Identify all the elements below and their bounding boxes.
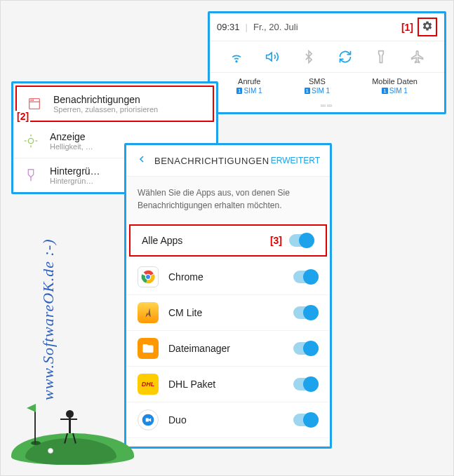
svg-point-0 — [236, 61, 237, 62]
tile-sub: SIM 1 — [389, 87, 408, 95]
svg-marker-1 — [267, 53, 272, 61]
tile-mobile-data[interactable]: Mobile Daten 1SIM 1 — [372, 77, 418, 95]
app-row-duo[interactable]: Duo — [126, 402, 330, 438]
app-name: CM Lite — [168, 307, 293, 318]
airplane-icon[interactable] — [408, 47, 427, 67]
annotation-marker-1: [1] — [401, 22, 413, 33]
settings-item-title: Benachrichtigungen — [53, 94, 204, 105]
app-toggle[interactable] — [293, 306, 319, 319]
bluetooth-icon[interactable] — [299, 47, 319, 67]
all-apps-row[interactable]: Alle Apps [3] — [129, 224, 327, 257]
svg-point-5 — [33, 100, 34, 101]
app-toggle[interactable] — [293, 414, 319, 426]
app-name: Duo — [168, 414, 293, 426]
sound-icon[interactable] — [262, 47, 282, 67]
wifi-icon[interactable] — [227, 47, 246, 67]
status-bar: 09:31 | Fr., 20. Juli [1] — [210, 13, 444, 41]
svg-point-6 — [28, 138, 33, 143]
all-apps-label: Alle Apps — [142, 235, 270, 246]
app-name: DHL Paket — [168, 379, 293, 390]
golf-decoration — [11, 395, 134, 465]
app-row-partial — [126, 438, 330, 447]
duo-icon — [138, 409, 159, 430]
app-toggle[interactable] — [293, 271, 319, 283]
tile-title: SMS — [305, 77, 331, 86]
tile-sub: SIM 1 — [243, 87, 262, 95]
gear-icon[interactable] — [422, 20, 433, 34]
app-name: Chrome — [168, 271, 293, 283]
flashlight-icon[interactable] — [371, 47, 391, 67]
notifications-title: BENACHRICHTIGUNGEN — [154, 156, 271, 166]
app-row-filemanager[interactable]: Dateimanager — [126, 331, 330, 367]
app-toggle[interactable] — [293, 342, 319, 355]
settings-item-notifications[interactable]: [2] Benachrichtigungen Sperren, zulassen… — [15, 86, 214, 122]
quick-toggles-row — [210, 41, 444, 72]
tile-title: Anrufe — [236, 77, 262, 86]
app-toggle[interactable] — [293, 378, 319, 390]
svg-point-14 — [145, 274, 150, 279]
filemanager-icon — [138, 338, 159, 359]
app-name: Dateimanager — [168, 343, 293, 354]
tile-title: Mobile Daten — [372, 77, 418, 86]
cmlite-icon — [138, 302, 159, 323]
notifications-description: Wählen Sie die Apps aus, von denen Sie B… — [126, 177, 330, 222]
drag-handle-icon[interactable]: ══ — [210, 102, 444, 112]
dhl-icon: DHL — [138, 374, 159, 395]
app-row-cmlite[interactable]: CM Lite — [126, 295, 330, 331]
app-list: Chrome CM Lite Dateimanager DHL DHL Pake… — [126, 259, 330, 447]
annotation-marker-2: [2] — [15, 111, 30, 122]
tile-sms[interactable]: SMS 1SIM 1 — [305, 77, 331, 95]
app-row-chrome[interactable]: Chrome — [126, 259, 330, 295]
settings-item-subtitle: Sperren, zulassen, priorisieren — [53, 105, 204, 114]
settings-item-title: Anzeige — [50, 131, 208, 142]
display-icon — [22, 132, 40, 150]
watermark-text: www.SoftwareOK.de :-) — [39, 238, 58, 400]
all-apps-toggle[interactable] — [289, 234, 314, 247]
clock-time: 09:31 — [217, 22, 240, 32]
divider: | — [246, 22, 248, 32]
quick-settings-panel: 09:31 | Fr., 20. Juli [1] Anrufe 1SIM 1 … — [208, 11, 446, 114]
settings-button-highlight — [418, 18, 437, 36]
clock-date: Fr., 20. Juli — [253, 22, 298, 32]
sim-tiles-row: Anrufe 1SIM 1 SMS 1SIM 1 Mobile Daten 1S… — [210, 72, 444, 102]
tile-calls[interactable]: Anrufe 1SIM 1 — [236, 77, 262, 95]
annotation-marker-3: [3] — [270, 235, 282, 246]
notifications-header: BENACHRICHTIGUNGEN ERWEITERT — [126, 145, 330, 177]
advanced-button[interactable]: ERWEITERT — [271, 156, 320, 165]
sim-badge-icon: 1 — [305, 88, 310, 94]
paintbrush-icon — [22, 166, 40, 184]
notifications-detail-panel: BENACHRICHTIGUNGEN ERWEITERT Wählen Sie … — [124, 143, 332, 449]
sim-badge-icon: 1 — [382, 88, 387, 94]
sim-badge-icon: 1 — [236, 88, 242, 94]
app-row-dhl[interactable]: DHL DHL Paket — [126, 367, 330, 402]
svg-point-4 — [31, 100, 32, 101]
chrome-icon — [138, 266, 159, 287]
tile-sub: SIM 1 — [312, 87, 330, 95]
sync-icon[interactable] — [335, 47, 355, 67]
back-icon[interactable] — [136, 154, 147, 168]
